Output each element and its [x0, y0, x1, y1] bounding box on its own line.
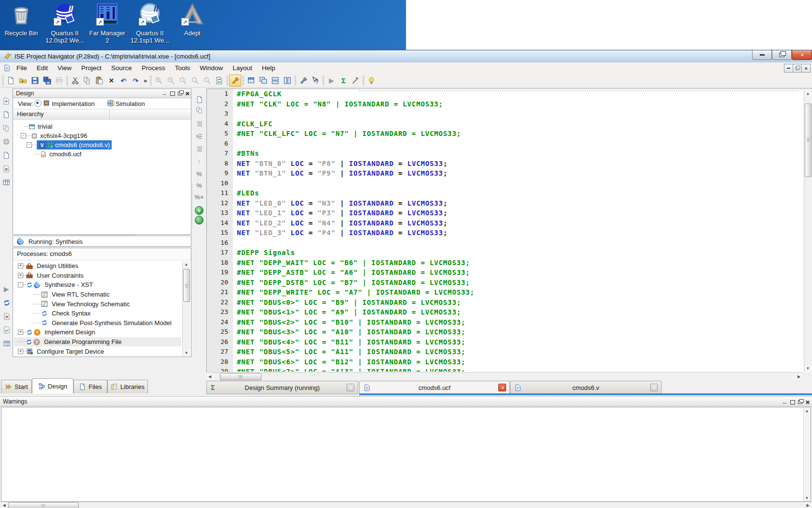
open-file-button[interactable]	[17, 75, 29, 87]
warnings-content[interactable]: ▲ ▼	[1, 407, 811, 502]
code-line[interactable]: 17#DEPP Signals	[207, 249, 799, 259]
menu-project[interactable]: Project	[76, 62, 106, 74]
code-line[interactable]: 1#FPGA_GCLK	[207, 90, 799, 100]
code-line[interactable]: 14NET "LED_2" LOC = "N4" | IOSTANDARD = …	[207, 219, 799, 229]
previous-annotation-button[interactable]: →	[194, 215, 204, 225]
expand-icon[interactable]: +	[18, 263, 23, 269]
close-source-button[interactable]	[1, 164, 11, 174]
expand-icon[interactable]: +	[18, 273, 23, 278]
hierarchy-item-xc6slx4-3cpg196[interactable]: -xc6slx4-3cpg196	[13, 131, 191, 140]
menu-window[interactable]: Window	[195, 62, 228, 74]
redo-button[interactable]: ↷	[130, 75, 142, 87]
menu-layout[interactable]: Layout	[228, 62, 257, 74]
snapshot-button[interactable]	[349, 75, 362, 87]
process-generate-post-synthesis-simulation-model[interactable]: Generate Post-Synthesis Simulation Model	[14, 318, 181, 328]
toolbar-group-handle[interactable]	[362, 76, 364, 86]
editor-hscrollbar[interactable]: ◀ ▶	[206, 372, 802, 380]
previous-view-button[interactable]	[194, 94, 204, 104]
code-line[interactable]: 10	[207, 179, 799, 190]
hierarchy-item-cmods6-cmods6-v-[interactable]: -Vcmods6 (cmods6.v)	[13, 140, 191, 149]
code-line[interactable]: 19#NET "DEPP_ASTB" LOC = "A6" | IOSTANDA…	[207, 269, 799, 279]
collapse-icon[interactable]: -	[21, 133, 26, 138]
match-brace-button[interactable]: %	[194, 169, 204, 179]
process-design-utilities[interactable]: +Design Utilities	[14, 261, 181, 271]
hierarchy-item-trivial[interactable]: trivial	[13, 122, 191, 131]
tab-start[interactable]: Start	[1, 380, 32, 393]
project-settings-button[interactable]	[297, 75, 309, 87]
expand-icon[interactable]: +	[18, 349, 23, 354]
desktop-icon-recycle-bin[interactable]: Recycle Bin	[3, 1, 40, 37]
code-line[interactable]: 23#NET "DBUS<1>" LOC = "A9" | IOSTANDARD…	[207, 308, 799, 318]
code-line[interactable]: 29#NET "DBUS<7>" LOC = "A13" | IOSTANDAR…	[207, 368, 799, 372]
new-source-button[interactable]	[1, 96, 11, 106]
scroll-down-icon[interactable]: ▼	[804, 365, 812, 372]
toolbar-group-handle[interactable]	[150, 76, 152, 86]
code-line[interactable]: 26#NET "DBUS<4>" LOC = "B11" | IOSTANDAR…	[207, 338, 799, 348]
zoom-full-button[interactable]	[177, 75, 189, 87]
cut-button[interactable]	[69, 75, 81, 87]
editor-vscrollbar[interactable]: ▲ ▼	[804, 90, 812, 372]
tab-files[interactable]: Files	[73, 380, 107, 393]
implementation-label[interactable]: Implementation	[52, 100, 95, 107]
bottom-hscrollbar[interactable]: ◀ ▶	[0, 502, 812, 508]
restore-panel-icon[interactable]	[178, 91, 182, 95]
design-panel-header[interactable]: Design ↔	[13, 89, 191, 98]
collapse-icon[interactable]: -	[27, 142, 32, 148]
process-check-syntax[interactable]: Check Syntax	[14, 309, 181, 318]
selected-hierarchy-item[interactable]: Vcmods6 (cmods6.v)	[37, 140, 112, 149]
rerun-all-button[interactable]	[1, 325, 11, 334]
process-view-technology-schematic[interactable]: View Technology Schematic	[14, 299, 181, 309]
hierarchy-item-cmods6-ucf[interactable]: uccmods6.ucf	[13, 149, 191, 159]
desktop-icon-quartus-ii-12-1[interactable]: II↗Quartus II12.1sp1 We...	[128, 1, 172, 44]
save-all-button[interactable]	[41, 75, 53, 87]
editor-vscrollbar-thumb[interactable]	[805, 104, 812, 177]
zoom-selection-button[interactable]	[201, 75, 213, 87]
mdi-minimize-button[interactable]	[784, 64, 793, 73]
code-line[interactable]: 4#CLK_LFC	[207, 120, 799, 130]
select-to-brace-button[interactable]: %	[194, 180, 204, 190]
zoom-prev-button[interactable]	[189, 75, 201, 87]
code-line[interactable]: 15NET "LED_3" LOC = "P4" | IOSTANDARD = …	[207, 229, 799, 239]
mdi-close-button[interactable]	[801, 64, 811, 73]
scroll-down-icon[interactable]: ▼	[183, 350, 190, 356]
hierarchy-column-divider[interactable]	[109, 109, 110, 119]
code-line[interactable]: 3	[207, 110, 799, 120]
process-implement-design[interactable]: +?Implement Design	[14, 328, 181, 337]
next-annotation-button[interactable]: +	[194, 206, 204, 215]
open-design-button[interactable]	[1, 150, 11, 160]
undo-button[interactable]: ↶	[117, 75, 130, 87]
stop-process-button[interactable]	[1, 311, 11, 321]
toolbar-group-handle[interactable]	[294, 76, 296, 86]
print-button[interactable]	[53, 75, 65, 87]
process-generate-programming-file[interactable]: ?Generate Programming File	[14, 337, 181, 347]
code-line[interactable]: 8NET "BTN_0" LOC = "P8" | IOSTANDARD = L…	[207, 160, 799, 170]
process-synthesize-xst[interactable]: -Synthesize - XST	[14, 280, 181, 290]
goto-line-button[interactable]: 5	[194, 131, 204, 141]
scroll-left-icon[interactable]: ◀	[1, 503, 7, 508]
menu-file[interactable]: File	[12, 62, 32, 74]
add-copy-of-source-button[interactable]	[1, 123, 11, 133]
design-goals-strategies-button[interactable]	[229, 75, 241, 87]
code-line[interactable]: 18#NET "DEPP_WAIT" LOC = "B6" | IOSTANDA…	[207, 259, 799, 269]
code-line[interactable]: 22#NET "DBUS<0>" LOC = "B9" | IOSTANDARD…	[207, 299, 799, 309]
code-line[interactable]: 7#BTNs	[207, 149, 799, 160]
process-view-rtl-schematic[interactable]: View RTL Schematic	[14, 290, 181, 299]
minimize-button[interactable]	[752, 50, 772, 60]
processes-scrollbar[interactable]: ▲ ▼	[182, 261, 190, 356]
tab-cmods6-v[interactable]: cmods6.v	[510, 381, 662, 394]
light-bulb-button[interactable]	[365, 75, 377, 87]
close-tab-button[interactable]	[347, 384, 354, 391]
process-configure-target-device[interactable]: +Configure Target Device	[14, 346, 181, 356]
scroll-up-icon[interactable]: ▲	[804, 90, 812, 97]
design-properties-button[interactable]	[1, 178, 11, 187]
context-help-button[interactable]: ?	[309, 75, 321, 87]
menu-edit[interactable]: Edit	[32, 62, 53, 74]
code-line[interactable]: 11#LEDs	[207, 189, 799, 199]
maximize-panel-icon[interactable]	[170, 91, 175, 96]
refresh-document-button[interactable]	[213, 75, 225, 87]
word-wrap-button[interactable]	[194, 144, 204, 153]
code-line[interactable]: 25#NET "DBUS<3>" LOC = "A10" | IOSTANDAR…	[207, 328, 799, 338]
close-tab-button[interactable]	[650, 384, 658, 391]
simulation-label[interactable]: Simulation	[116, 100, 145, 107]
zoom-out-button[interactable]	[165, 75, 177, 87]
